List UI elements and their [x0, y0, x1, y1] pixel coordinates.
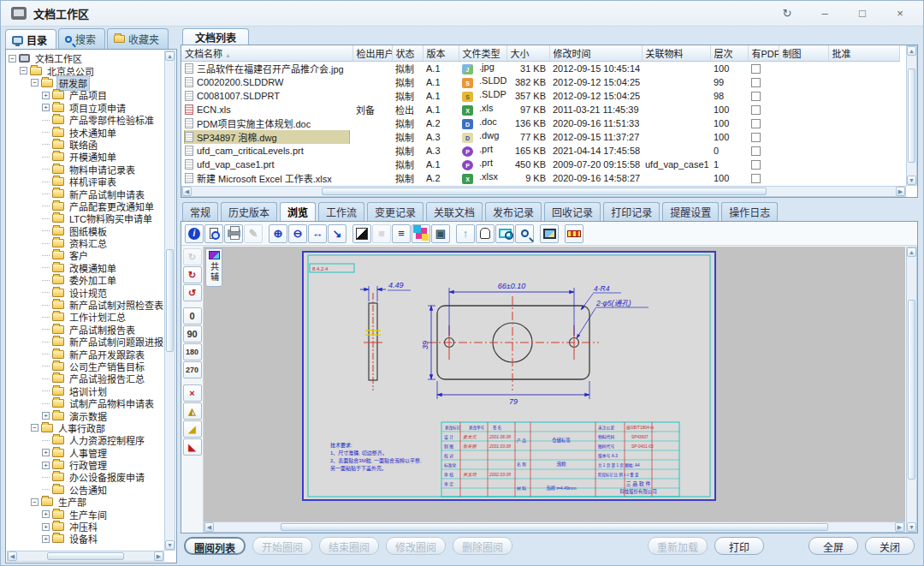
zoom-window-icon[interactable] [495, 224, 514, 243]
rotate-180-icon[interactable]: 180 [183, 343, 202, 360]
tree-hscroll-thumb[interactable] [47, 552, 124, 560]
scroll-up-arrow[interactable]: ▲ [907, 46, 916, 56]
table-row[interactable]: 新建 Microsoft Excel 工作表.xlsx拟制A.2X .xlsx9… [181, 171, 899, 185]
tree-item[interactable]: −人事行政部 [31, 422, 164, 434]
expand-icon[interactable]: + [42, 462, 50, 469]
invert-icon[interactable] [352, 224, 371, 243]
detail-tab-提醒设置[interactable]: 提醒设置 [662, 202, 719, 221]
scroll-down-arrow[interactable]: ▼ [907, 176, 916, 185]
column-header-有PDF[interactable]: 有PDF [748, 45, 779, 61]
rotate-0-icon[interactable]: 0 [183, 307, 202, 325]
collapsed-panel-tab[interactable]: 共辅 [205, 248, 222, 287]
collapse-icon[interactable]: − [31, 79, 38, 86]
column-header-文档名称[interactable]: 文档名称▲ [181, 45, 352, 61]
tree-item[interactable]: LTC物料购买申请单 [42, 212, 164, 224]
pdf-checkbox[interactable] [751, 160, 761, 170]
tree-item[interactable]: +项目立项申请 [42, 102, 164, 114]
detail-tab-常规[interactable]: 常规 [182, 202, 218, 221]
rotate-cw-icon[interactable]: ↻ [183, 266, 202, 283]
fly-mode-icon[interactable]: ↑ [456, 224, 475, 243]
tree-horizontal-scrollbar[interactable]: ◀ ▶ [7, 551, 164, 562]
scroll-right-arrow[interactable]: ▶ [154, 551, 163, 561]
viewer-canvas[interactable]: 共辅 8.4.2.4 [204, 247, 905, 533]
preview-doc-icon[interactable] [204, 224, 223, 243]
tree-item[interactable]: 工作计划汇总 [42, 311, 164, 323]
scroll-right-arrow[interactable]: ▶ [895, 522, 904, 532]
pdf-checkbox[interactable] [751, 92, 761, 101]
maximize-icon[interactable]: □ [855, 6, 870, 21]
expand-icon[interactable]: + [42, 523, 50, 531]
column-header-版本[interactable]: 版本 [423, 45, 459, 61]
tree-item[interactable]: +行政管理 [42, 459, 164, 471]
column-header-修改时间[interactable]: 修改时间 [549, 45, 642, 61]
column-header-关联物料[interactable]: 关联物料 [642, 45, 710, 61]
table-row[interactable]: SP34897 泡棉.dwg拟制A.3D .dwg77 KB2012-09-15… [181, 130, 899, 144]
tree-item[interactable]: 产品试制报告表 [42, 324, 164, 336]
tree-scroll-thumb[interactable] [166, 249, 174, 352]
detail-tab-工作流[interactable]: 工作流 [318, 202, 364, 221]
tree-item[interactable]: 产品试验报告汇总 [42, 372, 164, 384]
scroll-left-arrow[interactable]: ◀ [182, 187, 192, 196]
refresh-icon[interactable]: ↻ [779, 6, 795, 21]
detail-tab-发布记录[interactable]: 发布记录 [485, 202, 542, 221]
pdf-checkbox[interactable] [751, 119, 761, 128]
collapse-icon[interactable]: − [31, 424, 38, 432]
canvas-vertical-scrollbar[interactable]: ▲ ▼ [906, 247, 917, 533]
tree-item[interactable]: −文档工作区 [9, 52, 164, 64]
tree-item[interactable]: 客户 [42, 249, 164, 261]
info-icon[interactable]: i [185, 224, 204, 243]
detail-tab-操作日志[interactable]: 操作日志 [721, 202, 778, 221]
table-row[interactable]: C0081007.SLDPRT拟制A.1S .SLDPRT357 KB2012-… [181, 89, 899, 103]
column-header-层次[interactable]: 层次 [710, 45, 748, 61]
pdf-checkbox[interactable] [751, 64, 761, 74]
tree-item[interactable]: 培训计划 [42, 385, 164, 397]
button-打印[interactable]: 打印 [714, 537, 764, 555]
tree-vertical-scrollbar[interactable]: ▲ ▼ [164, 51, 175, 551]
tree-item[interactable]: 改模通知单 [42, 262, 164, 274]
button-圈阅列表[interactable]: 圈阅列表 [184, 537, 246, 555]
expand-icon[interactable]: + [42, 510, 50, 518]
mirror-vertical-icon[interactable]: ◭ [183, 402, 202, 420]
table-vertical-scrollbar[interactable]: ▲ ▼ [906, 45, 917, 186]
table-row[interactable]: 三品软件在福建召开产品推介会.jpg拟制A.1J .jpg31 KB2012-0… [181, 61, 899, 75]
table-row[interactable]: PDM项目实施主体规划.doc拟制A.2D .doc136 KB2020-09-… [181, 116, 899, 130]
column-header-批准[interactable]: 批准 [828, 45, 899, 61]
layers-icon[interactable]: ≡ [392, 224, 411, 243]
nav-tab-收藏夹[interactable]: 收藏夹 [107, 28, 169, 49]
table-row[interactable]: ECN.xls刘备检出A.1X .xls97 KB2011-03-21 11:4… [181, 103, 899, 116]
measure-icon[interactable] [565, 224, 583, 243]
tree-item[interactable]: +设备科 [42, 533, 164, 545]
button-关闭[interactable]: 关闭 [865, 537, 915, 555]
scroll-down-arrow[interactable]: ▼ [165, 540, 175, 550]
tree-item[interactable]: 设计规范 [42, 286, 164, 298]
tree-item[interactable]: 产品零部件检验标准 [42, 114, 164, 126]
pdf-checkbox[interactable] [751, 78, 761, 87]
column-header-检出用户[interactable]: 检出用户 [352, 45, 392, 61]
scroll-up-arrow[interactable]: ▲ [165, 51, 175, 61]
scroll-left-arrow[interactable]: ◀ [204, 522, 214, 532]
magnify-region-icon[interactable] [515, 224, 534, 243]
tree-item[interactable]: 图纸模板 [42, 224, 164, 236]
rotate-ccw-icon[interactable]: ↺ [183, 284, 202, 301]
tree-item[interactable]: 联络函 [42, 139, 164, 151]
tree-item[interactable]: 办公设备报废申请 [42, 471, 164, 483]
mirror-down-icon[interactable]: ◣ [183, 438, 202, 456]
column-header-状态[interactable]: 状态 [392, 45, 423, 61]
rotate-270-icon[interactable]: 270 [183, 361, 202, 378]
table-scroll-thumb[interactable] [908, 69, 915, 163]
tree-item[interactable]: +冲压科 [42, 521, 164, 533]
detail-tab-变更记录[interactable]: 变更记录 [367, 202, 424, 221]
tab-document-list[interactable]: 文档列表 [182, 28, 249, 45]
tree-item[interactable]: 委外加工单 [42, 274, 164, 286]
zoom-in-icon[interactable]: ⊕ [269, 224, 287, 243]
tree-item[interactable]: −北京总公司 [20, 64, 164, 76]
expand-icon[interactable]: + [42, 92, 50, 99]
tree-item[interactable]: −生产部 [31, 496, 164, 508]
tree-item[interactable]: 新产品开发跟踪表 [42, 348, 164, 360]
canvas-hscroll-thumb[interactable] [281, 523, 828, 531]
color-icon[interactable] [412, 224, 430, 243]
tree-item[interactable]: 资料汇总 [42, 237, 164, 249]
mirror-left-icon[interactable]: ◢ [183, 420, 202, 438]
detail-tab-历史版本[interactable]: 历史版本 [221, 202, 277, 221]
detail-tab-打印记录[interactable]: 打印记录 [603, 202, 660, 221]
